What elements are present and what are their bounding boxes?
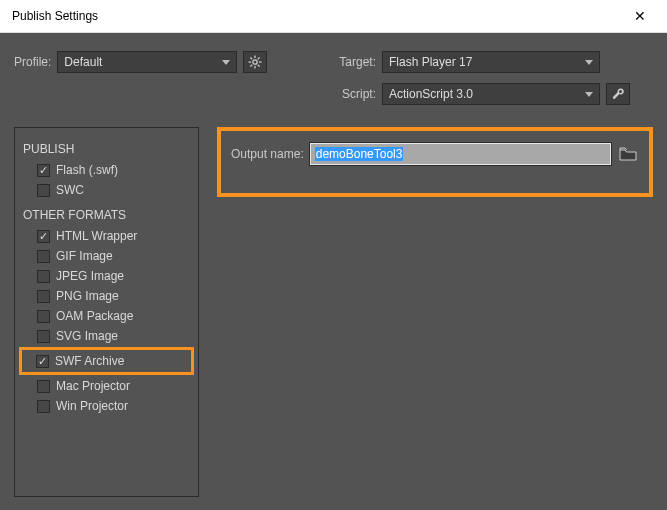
script-value: ActionScript 3.0 (389, 87, 473, 101)
checkbox-icon (36, 355, 49, 368)
titlebar: Publish Settings ✕ (0, 0, 667, 33)
right-settings: Target: Flash Player 17 Script: ActionSc… (332, 51, 630, 105)
format-html-wrapper[interactable]: HTML Wrapper (23, 226, 190, 246)
format-label: SVG Image (56, 329, 118, 343)
folder-icon (619, 147, 637, 161)
checkbox-icon (37, 400, 50, 413)
format-mac-projector[interactable]: Mac Projector (23, 376, 190, 396)
format-label: Flash (.swf) (56, 163, 118, 177)
script-dropdown[interactable]: ActionScript 3.0 (382, 83, 600, 105)
format-label: SWF Archive (55, 354, 124, 368)
format-jpeg-image[interactable]: JPEG Image (23, 266, 190, 286)
browse-button[interactable] (617, 145, 639, 164)
target-dropdown[interactable]: Flash Player 17 (382, 51, 600, 73)
svg-line-8 (251, 65, 253, 67)
format-oam-package[interactable]: OAM Package (23, 306, 190, 326)
checkbox-icon (37, 310, 50, 323)
format-label: Win Projector (56, 399, 128, 413)
format-label: PNG Image (56, 289, 119, 303)
format-gif-image[interactable]: GIF Image (23, 246, 190, 266)
output-label: Output name: (231, 147, 304, 161)
chevron-down-icon (585, 60, 593, 65)
other-formats-header: OTHER FORMATS (23, 208, 190, 222)
checkbox-icon (37, 380, 50, 393)
output-highlight: Output name: demoBoneTool3 (217, 127, 653, 197)
chevron-down-icon (222, 60, 230, 65)
checkbox-icon (37, 164, 50, 177)
svg-line-5 (251, 57, 253, 59)
checkbox-icon (37, 230, 50, 243)
format-sidebar: PUBLISH Flash (.swf) SWC OTHER FORMATS H… (14, 127, 199, 497)
format-label: SWC (56, 183, 84, 197)
top-row: Profile: Default (14, 51, 653, 105)
checkbox-icon (37, 330, 50, 343)
format-label: HTML Wrapper (56, 229, 137, 243)
publish-settings-dialog: Publish Settings ✕ Profile: Default (0, 0, 667, 510)
target-value: Flash Player 17 (389, 55, 472, 69)
profile-options-button[interactable] (243, 51, 267, 73)
swf-archive-highlight: SWF Archive (19, 347, 194, 375)
content-area: Output name: demoBoneTool3 (217, 127, 653, 497)
format-flash-swf[interactable]: Flash (.swf) (23, 160, 190, 180)
dialog-body: Profile: Default (0, 33, 667, 510)
window-title: Publish Settings (12, 9, 98, 23)
gear-icon (248, 55, 262, 69)
checkbox-icon (37, 250, 50, 263)
script-row: Script: ActionScript 3.0 (332, 83, 630, 105)
chevron-down-icon (585, 92, 593, 97)
format-swc[interactable]: SWC (23, 180, 190, 200)
profile-group: Profile: Default (14, 51, 314, 73)
format-swf-archive[interactable]: SWF Archive (34, 351, 189, 371)
script-settings-button[interactable] (606, 83, 630, 105)
svg-line-7 (258, 57, 260, 59)
checkbox-icon (37, 184, 50, 197)
profile-value: Default (64, 55, 102, 69)
publish-header: PUBLISH (23, 142, 190, 156)
format-win-projector[interactable]: Win Projector (23, 396, 190, 416)
profile-dropdown[interactable]: Default (57, 51, 237, 73)
target-label: Target: (332, 55, 376, 69)
main-area: PUBLISH Flash (.swf) SWC OTHER FORMATS H… (14, 127, 653, 497)
wrench-icon (611, 87, 625, 101)
format-label: GIF Image (56, 249, 113, 263)
svg-line-6 (258, 65, 260, 67)
format-png-image[interactable]: PNG Image (23, 286, 190, 306)
format-label: Mac Projector (56, 379, 130, 393)
checkbox-icon (37, 270, 50, 283)
output-name-value: demoBoneTool3 (315, 147, 404, 161)
svg-point-0 (253, 60, 257, 64)
target-row: Target: Flash Player 17 (332, 51, 630, 73)
profile-label: Profile: (14, 55, 51, 69)
format-svg-image[interactable]: SVG Image (23, 326, 190, 346)
format-label: OAM Package (56, 309, 133, 323)
close-icon[interactable]: ✕ (625, 8, 655, 24)
output-name-input[interactable]: demoBoneTool3 (310, 143, 611, 165)
format-label: JPEG Image (56, 269, 124, 283)
checkbox-icon (37, 290, 50, 303)
script-label: Script: (332, 87, 376, 101)
